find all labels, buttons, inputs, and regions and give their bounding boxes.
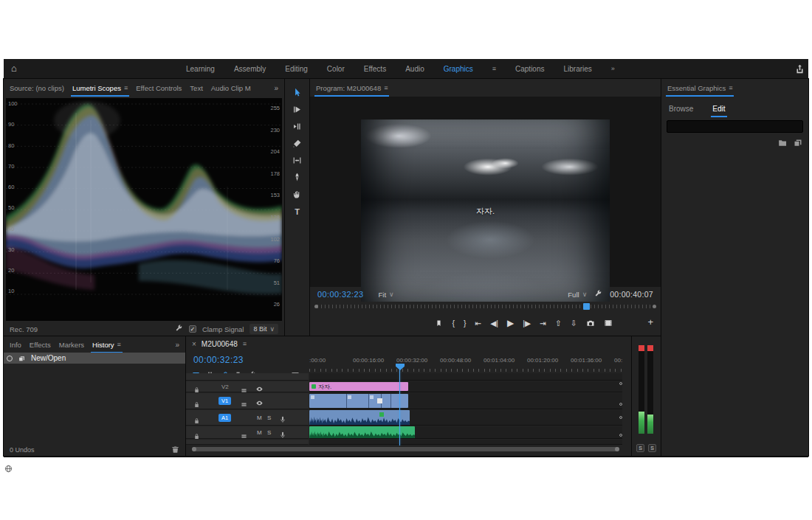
extract-button[interactable]: ⇩ (571, 319, 577, 327)
workspace-tab-graphics[interactable]: Graphics (444, 65, 473, 73)
hand-tool[interactable] (290, 188, 305, 201)
button-editor-plus[interactable]: + (647, 316, 653, 327)
workspace-tab-color[interactable]: Color (327, 65, 345, 73)
timeline-ruler[interactable]: :00:0000:00:16:0000:00:32:0000:00:48:000… (309, 357, 622, 372)
play-button[interactable]: ▶ (507, 318, 514, 328)
sequence-tab-label[interactable]: M2U00648 (202, 340, 238, 348)
scroll-handle[interactable] (314, 305, 318, 308)
program-scrubber[interactable] (314, 302, 656, 312)
voiceover-record-mic-icon[interactable] (279, 413, 286, 426)
track-header-a3[interactable] (186, 440, 309, 445)
type-tool[interactable]: T (290, 205, 305, 218)
step-back-button[interactable]: ◀| (490, 319, 498, 327)
scroll-handle[interactable] (619, 416, 622, 419)
clamp-signal-checkbox[interactable]: ✓ (189, 325, 196, 333)
workspace-tab-learning[interactable]: Learning (186, 65, 215, 73)
comparison-view-button[interactable] (604, 319, 613, 327)
solo-button[interactable]: S (636, 444, 644, 452)
lock-icon[interactable] (193, 398, 200, 411)
workspace-tab-libraries[interactable]: Libraries (563, 65, 591, 73)
tab-info[interactable]: Info (10, 341, 21, 349)
track-header-a1[interactable]: A1 M S (186, 410, 309, 426)
scroll-handle[interactable] (619, 382, 622, 385)
mute-button[interactable]: M (257, 415, 262, 421)
new-layer-icon[interactable] (794, 137, 802, 150)
clip-indicator-left[interactable] (639, 345, 644, 351)
tab-markers[interactable]: Markers (59, 341, 84, 349)
export-frame-button[interactable] (586, 319, 595, 327)
go-to-out-button[interactable]: ⇥ (540, 319, 546, 327)
zoom-level-dropdown[interactable]: Fit∨ (379, 291, 394, 299)
program-settings-wrench-icon[interactable] (594, 288, 602, 301)
tab-text[interactable]: Text (190, 84, 202, 92)
eg-search-field[interactable] (667, 120, 803, 133)
slip-tool[interactable] (290, 154, 305, 167)
workspace-tab-effects[interactable]: Effects (364, 65, 386, 73)
scroll-handle[interactable] (619, 403, 622, 406)
tab-lumetri-scopes[interactable]: Lumetri Scopes≡ (72, 84, 128, 92)
add-marker-button[interactable] (435, 319, 443, 327)
sync-lock-icon[interactable] (241, 398, 247, 411)
workspace-overflow-icon[interactable]: » (611, 65, 615, 72)
pen-tool[interactable] (290, 171, 305, 184)
horizontal-zoom-scrollbar[interactable] (192, 447, 619, 451)
mark-in-button[interactable]: { (452, 319, 455, 327)
tab-audio-clip-mixer[interactable]: Audio Clip M (211, 84, 251, 92)
playback-resolution-dropdown[interactable]: Full∨ (568, 291, 587, 299)
solo-button[interactable]: S (267, 415, 271, 421)
graphics-clip[interactable]: 자자. (309, 382, 408, 391)
program-playhead[interactable] (583, 303, 590, 310)
timeline-current-timecode[interactable]: 00:00:32:23 (193, 355, 244, 365)
workspace-tab-audio[interactable]: Audio (405, 65, 424, 73)
track-visibility-eye-icon[interactable] (255, 397, 264, 410)
clip-indicator-right[interactable] (647, 345, 653, 351)
panel-menu-icon[interactable]: ≡ (384, 84, 388, 91)
trash-icon[interactable] (171, 443, 179, 457)
go-to-in-button[interactable]: ⇤ (475, 319, 481, 327)
program-tab[interactable]: Program: M2U00648≡ (316, 84, 388, 92)
essential-graphics-tab[interactable]: Essential Graphics≡ (667, 84, 732, 92)
video-clip[interactable] (309, 394, 408, 408)
scope-settings-wrench-icon[interactable] (175, 325, 183, 334)
track-name-v2[interactable]: V2 (221, 384, 229, 390)
tab-history[interactable]: History≡ (92, 341, 121, 349)
close-panel-icon[interactable]: × (192, 340, 196, 348)
zoom-handle-left[interactable] (192, 447, 196, 451)
track-lane-v1[interactable] (309, 393, 622, 409)
lift-button[interactable]: ⇧ (555, 319, 562, 327)
workspace-tab-assembly[interactable]: Assembly (234, 65, 266, 73)
panel-menu-icon[interactable]: ≡ (124, 84, 128, 91)
tab-source[interactable]: Source: (no clips) (10, 84, 64, 92)
lock-icon[interactable] (193, 414, 200, 427)
workspace-menu-icon[interactable]: ≡ (492, 65, 496, 72)
solo-button[interactable]: S (648, 444, 656, 452)
tab-effects[interactable]: Effects (30, 341, 51, 349)
track-lane-a2[interactable] (309, 426, 622, 439)
program-current-timecode[interactable]: 00:00:32:23 (317, 290, 364, 299)
folder-icon[interactable] (778, 137, 787, 150)
workspace-tab-captions[interactable]: Captions (515, 65, 544, 73)
track-lane-a1[interactable] (309, 410, 622, 426)
mute-button[interactable]: M (257, 429, 262, 436)
track-header-a2[interactable]: M S (186, 426, 309, 439)
home-button[interactable]: ⌂ (11, 63, 17, 74)
track-header-v2[interactable]: V2 (186, 381, 309, 392)
panel-tab-overflow-icon[interactable]: » (274, 84, 278, 92)
solo-button[interactable]: S (267, 429, 271, 436)
panel-tab-overflow-icon[interactable]: » (175, 341, 179, 349)
selection-tool[interactable] (290, 86, 305, 99)
workspace-tab-editing[interactable]: Editing (285, 65, 308, 73)
ripple-edit-tool[interactable] (290, 120, 305, 133)
track-lane-a3[interactable] (309, 440, 622, 445)
track-lane-v2[interactable]: 자자. (309, 381, 622, 392)
scroll-handle[interactable] (619, 434, 622, 437)
track-target-a1[interactable]: A1 (219, 414, 231, 422)
scroll-handle[interactable] (653, 305, 656, 308)
tab-edit[interactable]: Edit (712, 105, 725, 113)
track-select-forward-tool[interactable] (290, 103, 305, 116)
tab-browse[interactable]: Browse (669, 105, 693, 113)
history-item-row[interactable]: New/Open (4, 353, 185, 364)
bit-depth-dropdown[interactable]: 8 Bit∨ (250, 324, 278, 334)
panel-menu-icon[interactable]: ≡ (729, 84, 732, 91)
track-header-v3[interactable] (186, 373, 309, 381)
